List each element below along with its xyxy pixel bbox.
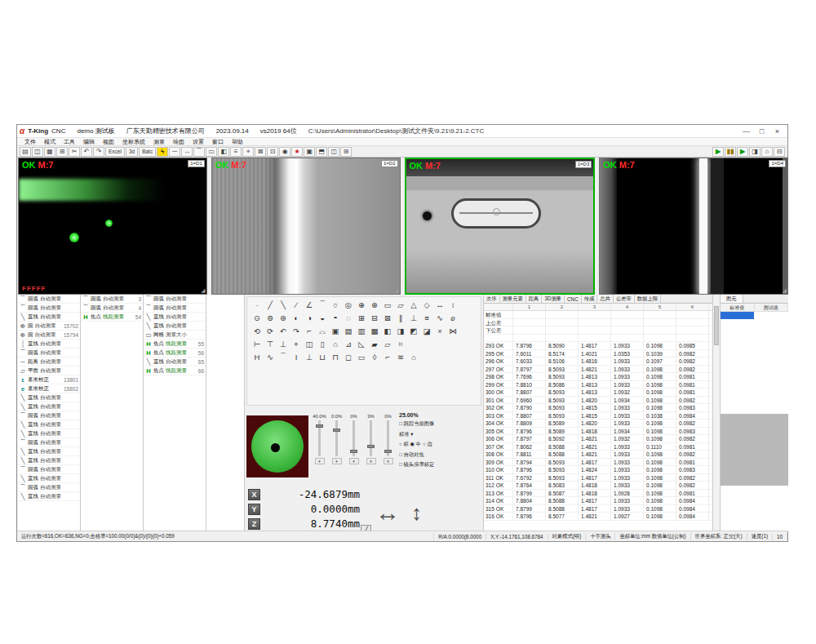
list-item[interactable]: ╲ 直线 自动测量 xyxy=(18,447,80,456)
list-item[interactable]: ⌒ 圆弧 自动测量 xyxy=(18,438,80,447)
table-tab[interactable]: 测量元素 xyxy=(500,295,526,303)
table-row[interactable]: 314OK 7.8804 8.5088 1.4817 1.0933 0.1098… xyxy=(484,497,712,505)
geometry-tool-icon[interactable]: ⌀ xyxy=(446,313,459,323)
list-item[interactable]: ╲ 直线 自动测量 xyxy=(18,420,80,429)
geometry-tool-icon[interactable]: ▦ xyxy=(368,326,381,336)
geometry-tool-icon[interactable]: ⊟ xyxy=(368,313,381,323)
toolbar-icon[interactable]: ⬒ xyxy=(316,147,327,157)
table-tab[interactable]: CNC xyxy=(565,295,582,303)
toolbar-icon[interactable]: ▣ xyxy=(304,147,315,157)
list-item[interactable]: ╲ 直线 自动测量 65 xyxy=(144,358,206,366)
geometry-tool-icon[interactable]: ⟲ xyxy=(251,326,264,336)
list-item[interactable]: ⌒ 圆弧 自动测量 xyxy=(18,465,80,474)
list-item[interactable]: e 基准校正 15802 xyxy=(18,384,80,393)
geometry-tool-icon[interactable]: ▭ xyxy=(355,352,368,362)
option-line[interactable]: □ 自动对焦 xyxy=(399,451,481,459)
menu-item[interactable]: 帮助 xyxy=(228,138,247,146)
toolbar-icon[interactable]: ▤ xyxy=(20,147,31,157)
geometry-tool-icon[interactable]: ◎ xyxy=(342,300,355,310)
geometry-tool-icon[interactable]: ⌒ xyxy=(277,352,290,362)
geometry-tool-icon[interactable]: ⊿ xyxy=(342,339,355,349)
minimize-button[interactable]: — xyxy=(738,126,754,137)
toolbar-icon[interactable]: ◫ xyxy=(328,147,339,157)
table-tab[interactable]: 传感 xyxy=(582,295,598,303)
toolbar-icon[interactable]: ⊞ xyxy=(340,147,352,157)
slider-track[interactable] xyxy=(335,420,338,456)
slider-thumb[interactable] xyxy=(384,450,392,453)
geometry-tool-icon[interactable]: ⊗ xyxy=(368,300,381,310)
table-row[interactable]: 标准值 xyxy=(484,311,712,319)
toolbar-icon[interactable]: ─ xyxy=(169,147,180,157)
option-line[interactable]: □ 镜头倍率标定 xyxy=(399,461,481,469)
list-item[interactable]: ▭ 网格 测量大小 xyxy=(144,331,206,340)
table-row[interactable]: 313OK 7.8799 8.5087 1.4818 1.0928 0.1098… xyxy=(484,490,712,498)
toolbar-text-button[interactable]: Excel xyxy=(105,147,125,157)
geometry-tool-icon[interactable]: ↔ xyxy=(433,300,446,310)
table-row[interactable]: 297OK 7.8797 8.5093 1.4821 1.0933 0.1098… xyxy=(484,366,712,374)
geometry-tool-icon[interactable]: ↶ xyxy=(277,326,290,336)
table-row[interactable]: 308OK 7.8811 8.5088 1.4821 1.0933 0.1098… xyxy=(484,451,712,459)
slider-spinner[interactable]: ▾ xyxy=(332,458,342,464)
table-row[interactable]: 302OK 7.8790 8.5093 1.4815 1.0933 0.1098… xyxy=(484,404,712,412)
menu-item[interactable]: 绘图 xyxy=(169,138,188,146)
axis-zero-button[interactable]: Y xyxy=(248,504,260,515)
slider-track[interactable] xyxy=(387,420,389,456)
geometry-tool-icon[interactable]: ▯ xyxy=(316,339,329,349)
geometry-tool-icon[interactable]: ▭ xyxy=(381,300,394,310)
menu-item[interactable]: 窗口 xyxy=(208,138,228,146)
list-item[interactable]: ╲ 直线 自动测量 xyxy=(18,492,80,501)
jog-vertical-icon[interactable]: ↕ xyxy=(411,502,422,523)
geometry-tool-icon[interactable]: ⊔ xyxy=(316,352,329,362)
geometry-tool-icon[interactable]: ⌗ xyxy=(394,339,407,349)
list-item[interactable]: │ 直线 自动测量 xyxy=(18,340,80,349)
toolbar-icon[interactable]: ↔ xyxy=(181,147,193,157)
resize-grip-icon[interactable]: ◢ xyxy=(201,287,205,294)
geometry-tool-icon[interactable]: ∿ xyxy=(433,313,446,323)
list-item[interactable]: ⌒ 圆弧 自动测量 4 xyxy=(81,304,143,313)
toolbar-icon[interactable]: ≡ xyxy=(230,147,242,157)
geometry-tool-icon[interactable]: ≡ xyxy=(420,313,433,323)
table-tab[interactable]: 距离 xyxy=(526,295,543,303)
toolbar-icon[interactable]: ◉ xyxy=(279,147,290,157)
slider-track[interactable] xyxy=(318,420,321,456)
table-row[interactable]: 295OK 7.6011 8.5174 1.4021 1.0353 0.1039… xyxy=(484,350,712,358)
list-item[interactable]: ╲ 直线 自动测量 xyxy=(144,322,206,331)
geometry-tool-icon[interactable]: ◊ xyxy=(368,352,381,362)
axis-zero-button[interactable]: X xyxy=(248,489,260,500)
toolbar-icon[interactable]: ⊟ xyxy=(774,147,785,157)
slider-thumb[interactable] xyxy=(350,450,357,453)
list-item[interactable]: ▱ 平面 自动测量 xyxy=(18,366,80,375)
slider-track[interactable] xyxy=(370,420,372,456)
geometry-tool-icon[interactable]: ∠ xyxy=(303,300,316,310)
tab-element[interactable]: 图元 xyxy=(721,295,743,303)
list-item[interactable]: ε 基准校正 13801 xyxy=(18,375,80,384)
geometry-tool-icon[interactable]: ╱ xyxy=(264,300,277,310)
geometry-tool-icon[interactable]: ⊞ xyxy=(355,313,368,323)
geometry-tool-icon[interactable]: ⊢ xyxy=(251,339,264,349)
toolbar-icon[interactable]: ↶ xyxy=(81,147,92,157)
list-item[interactable]: ─ 距离 自动测量 xyxy=(18,358,80,366)
list-item[interactable]: ╲ 直线 自动测量 xyxy=(18,474,80,483)
list-item[interactable]: ⊕ 圆 自动测量 15794 xyxy=(18,331,80,340)
geometry-tool-icon[interactable]: ⌐ xyxy=(381,352,394,362)
slider-spinner[interactable]: ▾ xyxy=(315,458,325,464)
geometry-tool-icon[interactable]: ⌖ xyxy=(290,339,303,349)
list-item[interactable]: H 焦点 线距测量 56 xyxy=(144,349,206,358)
table-row[interactable]: 310OK 7.8796 8.5093 1.4824 1.0933 0.1098… xyxy=(484,466,712,474)
geometry-tool-icon[interactable]: ◧ xyxy=(381,326,394,336)
list-item[interactable]: H 焦点 线距测量 54 xyxy=(81,313,143,322)
geometry-tool-icon[interactable]: ╲ xyxy=(277,300,290,310)
geometry-tool-icon[interactable]: ⊕ xyxy=(355,300,368,310)
table-row[interactable]: 296OK 7.6033 8.5106 1.4816 1.0933 0.1097… xyxy=(484,358,712,366)
geometry-tool-icon[interactable]: ⌂ xyxy=(329,339,342,349)
table-tab[interactable]: 次序 xyxy=(484,295,500,303)
list-item[interactable]: ⌒ 圆弧 自动测量 xyxy=(144,304,206,313)
table-tab[interactable]: 公差带 xyxy=(614,295,635,303)
geometry-tool-icon[interactable]: ○ xyxy=(329,300,342,310)
geometry-tool-icon[interactable]: ◇ xyxy=(420,300,433,310)
geometry-tool-icon[interactable]: ⌂ xyxy=(407,352,420,362)
camera-view-1[interactable]: OKM:7 1=D1 FFFFF ◢ xyxy=(18,158,207,295)
slider-track[interactable] xyxy=(353,420,355,456)
menu-item[interactable]: 文件 xyxy=(20,138,40,146)
selected-cell[interactable] xyxy=(721,312,754,319)
